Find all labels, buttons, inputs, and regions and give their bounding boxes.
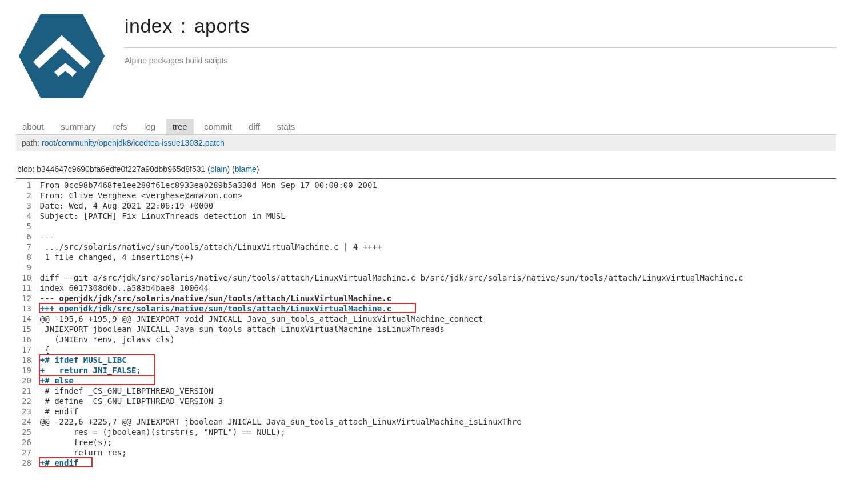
line-number[interactable]: 1	[22, 180, 31, 190]
page-header: index : aports Alpine packages build scr…	[16, 10, 836, 102]
tab-diff[interactable]: diff	[242, 119, 266, 134]
code-content: From 0cc98b7468fe1ee280f61ec8933ea0289b5…	[35, 179, 836, 469]
line-number[interactable]: 28	[22, 458, 31, 468]
nav-tabs: about summary refs log tree commit diff …	[16, 119, 836, 135]
code-line: From: Clive Verghese <verghese@amazon.co…	[40, 190, 836, 201]
code-line: {	[40, 345, 836, 355]
line-number[interactable]: 7	[22, 242, 31, 252]
code-line: Date: Wed, 4 Aug 2021 22:06:19 +0000	[40, 201, 836, 211]
tab-about[interactable]: about	[16, 119, 50, 134]
svg-marker-0	[19, 14, 105, 98]
line-number[interactable]: 4	[22, 211, 31, 221]
code-line: index 6017308d0b..a583b4bae8 100644	[40, 283, 836, 293]
code-line: +# endif	[40, 458, 836, 468]
code-line: --- openjdk/jdk/src/solaris/native/sun/t…	[40, 293, 836, 303]
line-number[interactable]: 3	[22, 201, 31, 211]
path-community[interactable]: community	[58, 138, 97, 147]
line-number[interactable]: 10	[22, 273, 31, 283]
line-number[interactable]: 11	[22, 283, 31, 293]
code-line: 1 file changed, 4 insertions(+)	[40, 252, 836, 262]
code-line: + return JNI_FALSE;	[40, 365, 836, 375]
code-line: res = (jboolean)(strstr(s, "NPTL") == NU…	[40, 427, 836, 437]
code-line: @@ -195,6 +195,9 @@ JNIEXPORT void JNICA…	[40, 314, 836, 324]
line-number[interactable]: 6	[22, 231, 31, 242]
code-line: (JNIEnv *env, jclass cls)	[40, 334, 836, 345]
code-line: diff --git a/src/jdk/src/solaris/native/…	[40, 273, 836, 283]
line-number[interactable]: 25	[22, 427, 31, 437]
path-file[interactable]: icedtea-issue13032.patch	[133, 138, 225, 147]
line-number[interactable]: 27	[22, 447, 31, 458]
repo-description: Alpine packages build scripts	[125, 56, 836, 65]
tab-refs[interactable]: refs	[106, 119, 133, 134]
line-number[interactable]: 14	[22, 314, 31, 324]
line-number-gutter: 1234567891011121314151617181920212223242…	[16, 179, 35, 469]
line-number[interactable]: 20	[22, 375, 31, 386]
code-line: JNIEXPORT jboolean JNICALL Java_sun_tool…	[40, 324, 836, 334]
code-line: +++ openjdk/jdk/src/solaris/native/sun/t…	[40, 303, 836, 314]
line-number[interactable]: 19	[22, 365, 31, 375]
code-line: .../src/solaris/native/sun/tools/attach/…	[40, 242, 836, 252]
code-line: return res;	[40, 447, 836, 458]
line-number[interactable]: 17	[22, 345, 31, 355]
line-number[interactable]: 21	[22, 386, 31, 396]
blob-label: blob:	[17, 165, 37, 174]
tab-summary[interactable]: summary	[54, 119, 102, 134]
logo[interactable]	[16, 10, 113, 102]
title-index-link[interactable]: index	[125, 15, 173, 37]
code-line: ---	[40, 231, 836, 242]
line-number[interactable]: 24	[22, 417, 31, 427]
header-divider	[125, 47, 836, 48]
path-bar: path: root/community/openjdk8/icedtea-is…	[16, 135, 836, 151]
code-view: 1234567891011121314151617181920212223242…	[16, 178, 836, 469]
blob-sha: b344647c9690bfa6edfe0f227a90dbb965d8f531	[37, 165, 205, 174]
tab-commit[interactable]: commit	[198, 119, 238, 134]
line-number[interactable]: 18	[22, 355, 31, 365]
code-line: From 0cc98b7468fe1ee280f61ec8933ea0289b5…	[40, 180, 836, 190]
path-label: path:	[22, 138, 42, 147]
path-openjdk8[interactable]: openjdk8	[99, 138, 131, 147]
code-line: @@ -222,6 +225,7 @@ JNIEXPORT jboolean J…	[40, 417, 836, 427]
code-line	[40, 262, 836, 273]
code-line: +# ifdef MUSL_LIBC	[40, 355, 836, 365]
line-number[interactable]: 16	[22, 334, 31, 345]
code-line	[40, 221, 836, 231]
code-line: free(s);	[40, 437, 836, 447]
line-number[interactable]: 9	[22, 262, 31, 273]
line-number[interactable]: 22	[22, 396, 31, 406]
line-number[interactable]: 12	[22, 293, 31, 303]
blob-header: blob: b344647c9690bfa6edfe0f227a90dbb965…	[17, 165, 835, 174]
path-root[interactable]: root	[42, 138, 55, 147]
line-number[interactable]: 8	[22, 252, 31, 262]
line-number[interactable]: 2	[22, 190, 31, 201]
blame-link[interactable]: blame	[235, 165, 257, 174]
code-line: # define _CS_GNU_LIBPTHREAD_VERSION 3	[40, 396, 836, 406]
line-number[interactable]: 5	[22, 221, 31, 231]
code-line: +# else	[40, 375, 836, 386]
tab-stats[interactable]: stats	[271, 119, 302, 134]
line-number[interactable]: 15	[22, 324, 31, 334]
plain-link[interactable]: plain	[210, 165, 227, 174]
line-number[interactable]: 26	[22, 437, 31, 447]
title-repo-link[interactable]: aports	[194, 15, 250, 37]
line-number[interactable]: 23	[22, 406, 31, 417]
line-number[interactable]: 13	[22, 303, 31, 314]
tab-tree[interactable]: tree	[166, 119, 194, 134]
code-line: # endif	[40, 406, 836, 417]
code-line: # ifndef _CS_GNU_LIBPTHREAD_VERSION	[40, 386, 836, 396]
code-line: Subject: [PATCH] Fix LinuxThreads detect…	[40, 211, 836, 221]
page-title: index : aports	[125, 15, 836, 37]
tab-log[interactable]: log	[138, 119, 162, 134]
